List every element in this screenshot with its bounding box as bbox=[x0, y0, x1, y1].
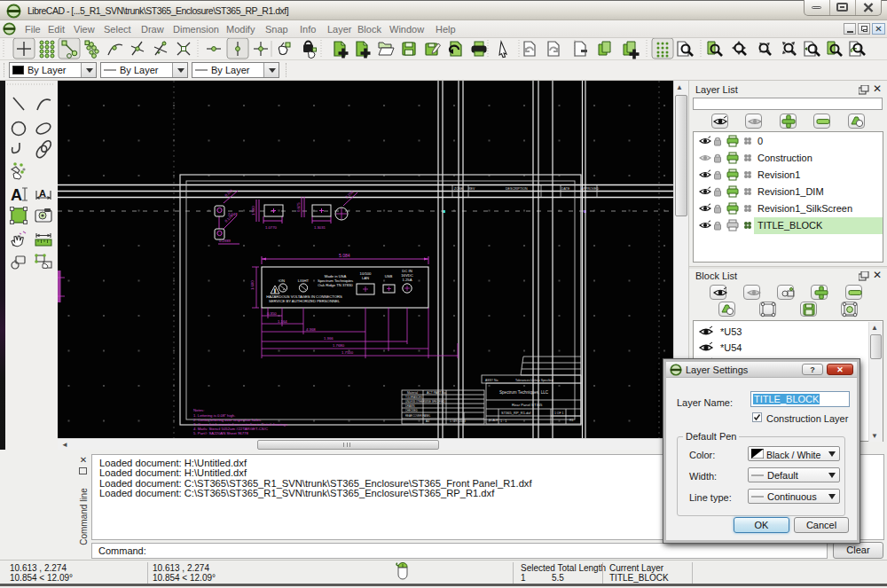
svg-text:1.600: 1.600 bbox=[250, 280, 255, 290]
svg-text:REAR COVER PANEL: REAR COVER PANEL bbox=[405, 414, 431, 418]
svg-text:LAN: LAN bbox=[362, 276, 369, 280]
svg-text:DATE: DATE bbox=[561, 187, 570, 191]
svg-text:4.368: 4.368 bbox=[306, 327, 316, 332]
svg-text:Notes:: Notes: bbox=[193, 408, 204, 412]
svg-text:R1: R1 bbox=[569, 419, 574, 422]
svg-text:REV: REV bbox=[468, 187, 475, 191]
svg-text:ON: ON bbox=[279, 278, 285, 283]
svg-text:Rear Panel ST365: Rear Panel ST365 bbox=[512, 403, 543, 407]
svg-text:ASSY No.: ASSY No. bbox=[485, 379, 498, 382]
svg-text:1 OF 1: 1 OF 1 bbox=[554, 412, 563, 415]
svg-text:DRAWN: DRAWN bbox=[405, 404, 414, 408]
svg-text:1.25A: 1.25A bbox=[403, 278, 412, 282]
svg-text:1.164: 1.164 bbox=[278, 319, 287, 324]
svg-text:SCALE: SCALE bbox=[489, 419, 498, 422]
svg-text:Material: Material bbox=[407, 391, 418, 395]
svg-text:0.350: 0.350 bbox=[267, 311, 277, 316]
svg-text:DESCRIPTION: DESCRIPTION bbox=[506, 187, 528, 191]
svg-text:Spectrum Techniques, LLC: Spectrum Techniques, LLC bbox=[499, 390, 549, 395]
svg-text:A: A bbox=[39, 188, 46, 199]
svg-text:USB: USB bbox=[385, 274, 393, 278]
svg-text:ACT PART No.: ACT PART No. bbox=[427, 391, 447, 395]
svg-text:1.366: 1.366 bbox=[324, 336, 334, 341]
svg-text:LIGHT: LIGHT bbox=[298, 278, 310, 283]
svg-text:Oak Ridge TN 37830: Oak Ridge TN 37830 bbox=[318, 283, 353, 287]
svg-text:CHECKED: CHECKED bbox=[405, 409, 418, 412]
svg-text:1 : 1: 1 : 1 bbox=[500, 419, 506, 423]
svg-text:1.3031: 1.3031 bbox=[314, 225, 326, 230]
svg-text:A4: A4 bbox=[426, 419, 429, 423]
svg-text:1 / 29 / 2013: 1 / 29 / 2013 bbox=[450, 419, 466, 423]
svg-text:1.7680: 1.7680 bbox=[333, 343, 345, 348]
svg-text:1.0770: 1.0770 bbox=[265, 225, 277, 230]
svg-text:Tolerances Unless Specified: Tolerances Unless Specified bbox=[515, 379, 553, 382]
svg-text:TOLERANCES: TOLERANCES bbox=[405, 396, 422, 399]
svg-text:ST365_RP_R1.dxf: ST365_RP_R1.dxf bbox=[501, 411, 531, 415]
svg-text:1.500: 1.500 bbox=[251, 206, 255, 216]
svg-text:SERVICE BY AUTHORIZED PERSONNE: SERVICE BY AUTHORIZED PERSONNEL bbox=[269, 299, 341, 303]
svg-text:5. Part#: SA220AN Sheet 96778: 5. Part#: SA220AN Sheet 96778 bbox=[193, 431, 248, 435]
svg-text:UNLESS OTHERWISE SPECIFIED: UNLESS OTHERWISE SPECIFIED bbox=[405, 400, 444, 404]
svg-text:!: ! bbox=[274, 289, 275, 294]
svg-text:5.084: 5.084 bbox=[339, 253, 350, 258]
svg-text:0.875: 0.875 bbox=[296, 202, 301, 212]
svg-text:A: A bbox=[11, 186, 22, 204]
svg-text:1.7500: 1.7500 bbox=[341, 350, 354, 355]
svg-text:APPROVED: APPROVED bbox=[581, 187, 599, 191]
